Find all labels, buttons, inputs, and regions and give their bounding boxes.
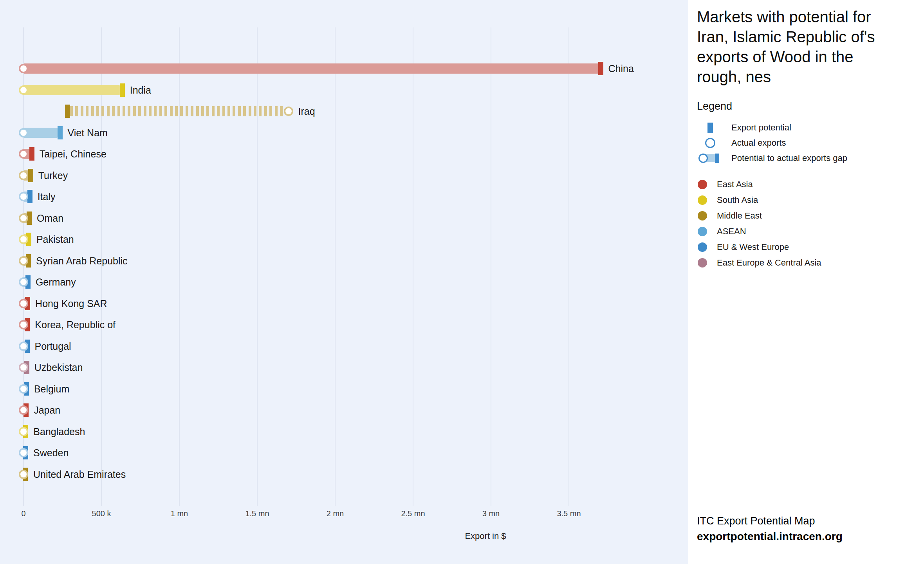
actual-exports-marker[interactable] <box>19 342 28 351</box>
axis-tick-label: 2 mn <box>312 509 359 518</box>
region-label: EU & West Europe <box>717 242 789 252</box>
country-label: United Arab Emirates <box>33 468 126 480</box>
gridline <box>179 27 180 506</box>
actual-exports-marker[interactable] <box>19 213 28 223</box>
gridline <box>257 27 258 506</box>
country-label: Taipei, Chinese <box>40 148 106 160</box>
chart-region: 0500 k1 mn1.5 mn2 mn2.5 mn3 mn3.5 mnChin… <box>0 0 688 564</box>
export-potential-marker[interactable] <box>28 169 33 182</box>
region-label: East Asia <box>717 179 753 190</box>
axis-tick-label: 500 k <box>78 509 125 518</box>
actual-exports-marker[interactable] <box>19 405 28 415</box>
gridline <box>413 27 413 506</box>
country-label: China <box>608 63 634 74</box>
actual-exports-marker[interactable] <box>284 107 293 116</box>
actual-exports-marker[interactable] <box>19 149 28 159</box>
gap-bar[interactable] <box>23 128 58 138</box>
footer-url: exportpotential.intracen.org <box>697 530 843 543</box>
gridline <box>568 27 569 506</box>
region-dot <box>698 195 707 205</box>
axis-tick-label: 3 mn <box>467 509 514 518</box>
side-panel: Markets with potential for Iran, Islamic… <box>688 0 924 564</box>
axis-tick-label: 0 <box>0 509 47 518</box>
page-title: Markets with potential for Iran, Islamic… <box>697 7 875 87</box>
gridline <box>491 27 491 506</box>
actual-exports-marker[interactable] <box>19 320 28 329</box>
region-dot <box>698 180 707 189</box>
region-legend-item: EU & West Europe <box>688 239 924 255</box>
gap-bar[interactable] <box>23 85 120 95</box>
actual-exports-marker[interactable] <box>19 128 28 137</box>
title-line: Iran, Islamic Republic of's <box>697 27 875 47</box>
country-label: Syrian Arab Republic <box>36 255 127 266</box>
export-potential-marker[interactable] <box>29 147 34 161</box>
legend-item-label: Potential to actual exports gap <box>731 153 847 163</box>
axis-tick-label: 1.5 mn <box>234 509 281 518</box>
country-label: Hong Kong SAR <box>35 298 107 309</box>
region-legend-item: Middle East <box>688 208 924 224</box>
country-label: Pakistan <box>36 234 74 245</box>
export-potential-marker[interactable] <box>598 62 603 75</box>
gridline <box>335 27 336 506</box>
actual-exports-marker[interactable] <box>19 384 28 394</box>
region-legend-item: South Asia <box>688 192 924 208</box>
region-dot <box>698 227 707 236</box>
country-label: Portugal <box>35 340 71 352</box>
actual-exports-marker[interactable] <box>19 277 28 287</box>
region-label: South Asia <box>717 195 758 205</box>
export-potential-icon <box>699 120 721 136</box>
actual-exports-marker[interactable] <box>19 448 28 457</box>
country-label: Korea, Republic of <box>35 319 116 331</box>
gap-bar[interactable] <box>23 63 598 74</box>
region-label: Middle East <box>717 211 762 221</box>
country-label: Uzbekistan <box>34 362 83 373</box>
actual-exports-marker[interactable] <box>19 363 28 372</box>
country-label: Oman <box>37 212 63 224</box>
legend-heading: Legend <box>697 100 732 112</box>
legend-item-export-potential: Export potential <box>688 120 924 136</box>
actual-exports-marker[interactable] <box>19 85 28 95</box>
country-label: Viet Nam <box>68 127 108 138</box>
country-label: Bangladesh <box>33 426 85 437</box>
actual-exports-marker[interactable] <box>19 64 28 73</box>
region-legend-item: ASEAN <box>688 224 924 239</box>
title-line: rough, nes <box>697 67 875 87</box>
region-legend-item: East Europe & Central Asia <box>688 255 924 271</box>
region-dot <box>698 242 707 252</box>
actual-exports-marker[interactable] <box>19 427 28 436</box>
axis-tick-label: 1 mn <box>156 509 203 518</box>
country-label: Germany <box>36 277 76 288</box>
region-dot <box>698 258 707 268</box>
potential-gap-icon <box>699 150 721 166</box>
actual-exports-marker[interactable] <box>19 235 28 244</box>
title-line: Markets with potential for <box>697 7 875 27</box>
actual-exports-marker[interactable] <box>19 299 28 308</box>
region-legend-item: East Asia <box>688 177 924 192</box>
region-label: ASEAN <box>717 226 746 237</box>
export-potential-marker[interactable] <box>120 83 125 97</box>
title-line: exports of Wood in the <box>697 47 875 67</box>
plot-area: 0500 k1 mn1.5 mn2 mn2.5 mn3 mn3.5 mnChin… <box>0 0 688 564</box>
country-label: Italy <box>38 191 56 202</box>
country-label: India <box>130 84 151 96</box>
export-potential-marker[interactable] <box>65 105 70 118</box>
country-label: Iraq <box>298 106 315 117</box>
export-potential-marker[interactable] <box>58 126 63 139</box>
region-label: East Europe & Central Asia <box>717 258 821 268</box>
legend-item-actual-exports: Actual exports <box>688 135 924 151</box>
legend-item-label: Actual exports <box>731 138 786 148</box>
actual-exports-marker[interactable] <box>19 192 28 201</box>
actual-exports-marker[interactable] <box>19 256 28 266</box>
legend-item-gap: Potential to actual exports gap <box>688 150 924 166</box>
gridline <box>101 27 102 506</box>
footer-brand: ITC Export Potential Map <box>697 515 815 527</box>
actual-exports-marker[interactable] <box>19 470 28 479</box>
reverse-gap-bar[interactable] <box>70 106 284 116</box>
region-dot <box>698 211 707 221</box>
actual-exports-marker[interactable] <box>19 171 28 180</box>
country-label: Japan <box>34 405 60 416</box>
country-label: Turkey <box>38 170 68 181</box>
axis-tick-label: 2.5 mn <box>390 509 437 518</box>
country-label: Belgium <box>34 383 69 394</box>
axis-tick-label: 3.5 mn <box>545 509 592 518</box>
